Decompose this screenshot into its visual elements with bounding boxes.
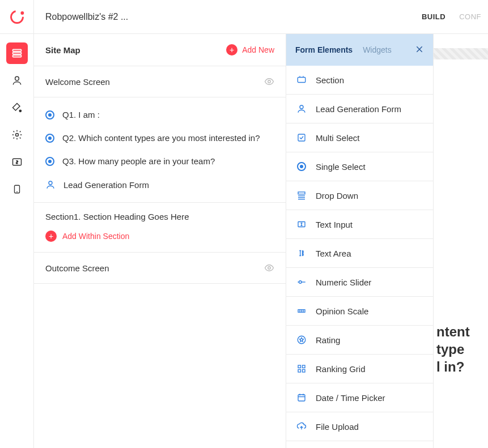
left-rail: [0, 34, 34, 448]
rail-pricing-button[interactable]: [6, 151, 28, 173]
outcome-section: Outcome Screen: [34, 253, 286, 284]
brand-logo-icon: [9, 9, 25, 25]
svg-point-11: [268, 80, 271, 83]
form-elements-panel: Form Elements Widgets Section Lead Gener…: [286, 34, 434, 448]
element-label: Text Area: [316, 249, 351, 258]
element-datetime[interactable]: Date / Time Picker: [286, 383, 433, 412]
question-label: Q3. How many people are in your team?: [62, 156, 215, 166]
svg-rect-4: [12, 55, 21, 57]
sitemap-icon: [11, 48, 23, 59]
singleselect-icon: [45, 157, 54, 166]
welcome-screen-row[interactable]: Welcome Screen: [34, 66, 286, 97]
svg-rect-31: [298, 365, 301, 368]
element-label: Section: [316, 75, 344, 85]
element-label: Single Select: [316, 162, 366, 172]
svg-rect-33: [298, 370, 301, 373]
gear-icon: [11, 129, 23, 140]
scale-icon: [296, 306, 307, 316]
svg-rect-18: [298, 134, 305, 141]
device-icon: [12, 184, 22, 195]
element-slider[interactable]: Numeric Slider: [286, 268, 433, 297]
element-label: Opinion Scale: [316, 306, 368, 316]
element-dropdown[interactable]: Drop Down: [286, 181, 433, 210]
element-multiselect[interactable]: Multi Select: [286, 123, 433, 152]
outcome-screen-row[interactable]: Outcome Screen: [34, 253, 286, 283]
preview-question-text: ntent type l in?: [436, 323, 488, 376]
svg-point-17: [300, 105, 303, 109]
rail-device-button[interactable]: [6, 178, 28, 200]
question-list: Q1. I am : Q2. Which content types are y…: [34, 97, 286, 202]
element-rating[interactable]: Rating: [286, 326, 433, 355]
tab-form-elements[interactable]: Form Elements: [295, 45, 353, 54]
element-rankgrid[interactable]: Ranking Grid: [286, 355, 433, 383]
fileupload-icon: [296, 421, 307, 432]
svg-point-25: [299, 281, 302, 284]
svg-point-7: [15, 134, 18, 136]
svg-point-5: [15, 76, 19, 80]
sitemap-title: Site Map: [45, 45, 80, 55]
element-fileupload[interactable]: File Upload: [286, 412, 433, 441]
eye-icon[interactable]: [264, 263, 274, 273]
element-leadform[interactable]: Lead Generation Form: [286, 95, 433, 123]
element-singleselect[interactable]: Single Select: [286, 152, 433, 181]
multiselect-icon: [296, 133, 307, 143]
rail-paint-button[interactable]: [6, 97, 28, 118]
svg-point-13: [268, 267, 271, 270]
sitemap-header: Site Map + Add New: [34, 34, 286, 66]
element-section[interactable]: Section: [286, 66, 433, 95]
element-label: Multi Select: [316, 133, 360, 143]
nav-build[interactable]: BUILD: [422, 12, 445, 21]
question-row-3[interactable]: Q3. How many people are in your team?: [34, 150, 286, 173]
singleselect-icon: [45, 134, 54, 143]
question-row-1[interactable]: Q1. I am :: [34, 103, 286, 126]
rating-icon: [296, 335, 307, 345]
close-elements-button[interactable]: [415, 45, 424, 56]
svg-point-12: [49, 181, 52, 185]
close-icon: [415, 45, 424, 54]
sitemap-panel: Site Map + Add New Welcome Screen Q1. I …: [34, 34, 286, 448]
plus-icon: +: [45, 231, 57, 242]
elements-header: Form Elements Widgets: [286, 34, 433, 66]
element-label: Numeric Slider: [316, 278, 371, 287]
singleselect-icon: [45, 110, 54, 120]
add-within-section-button[interactable]: + Add Within Section: [34, 231, 286, 252]
rail-person-button[interactable]: [6, 70, 28, 91]
slider-icon: [296, 277, 307, 287]
person-icon: [11, 75, 23, 86]
element-textinput[interactable]: Text Input: [286, 210, 433, 239]
rankgrid-icon: [296, 364, 307, 374]
section-heading-row[interactable]: Section1. Section Heading Goes Here: [34, 203, 286, 231]
add-new-button[interactable]: + Add New: [226, 44, 274, 56]
sitemap-list: Welcome Screen Q1. I am : Q2. Which cont…: [34, 66, 286, 448]
leadform-icon: [296, 104, 307, 114]
rail-settings-button[interactable]: [6, 124, 28, 146]
svg-rect-2: [12, 49, 21, 51]
svg-rect-34: [303, 370, 305, 373]
outcome-label: Outcome Screen: [45, 263, 109, 273]
welcome-section: Welcome Screen Q1. I am : Q2. Which cont…: [34, 66, 286, 203]
svg-rect-35: [298, 395, 305, 401]
element-textarea[interactable]: Text Area: [286, 239, 433, 268]
rail-sitemap-button[interactable]: [6, 42, 28, 64]
nav-conf[interactable]: CONF: [459, 12, 481, 21]
svg-rect-16: [298, 78, 305, 83]
svg-point-1: [20, 11, 24, 15]
tab-widgets[interactable]: Widgets: [363, 45, 392, 54]
element-label: Drop Down: [316, 191, 358, 200]
elements-list: Section Lead Generation Form Multi Selec…: [286, 66, 433, 448]
element-label: Ranking Grid: [316, 364, 366, 374]
eye-icon[interactable]: [264, 76, 274, 87]
price-icon: [11, 156, 23, 168]
svg-point-6: [19, 110, 21, 112]
project-title: Robpowellbiz's #2 ...: [34, 12, 422, 22]
element-label: Text Input: [316, 220, 353, 229]
logo[interactable]: [0, 0, 34, 34]
element-scale[interactable]: Opinion Scale: [286, 297, 433, 326]
lead-form-row[interactable]: Lead Generation Form: [34, 173, 286, 197]
question-row-2[interactable]: Q2. Which content types are you most int…: [34, 126, 286, 150]
element-label: Date / Time Picker: [316, 393, 385, 403]
lead-form-label: Lead Generation Form: [63, 180, 149, 190]
section-heading-label: Section1. Section Heading Goes Here: [45, 212, 189, 221]
section1: Section1. Section Heading Goes Here + Ad…: [34, 203, 286, 253]
textinput-icon: [296, 219, 307, 229]
